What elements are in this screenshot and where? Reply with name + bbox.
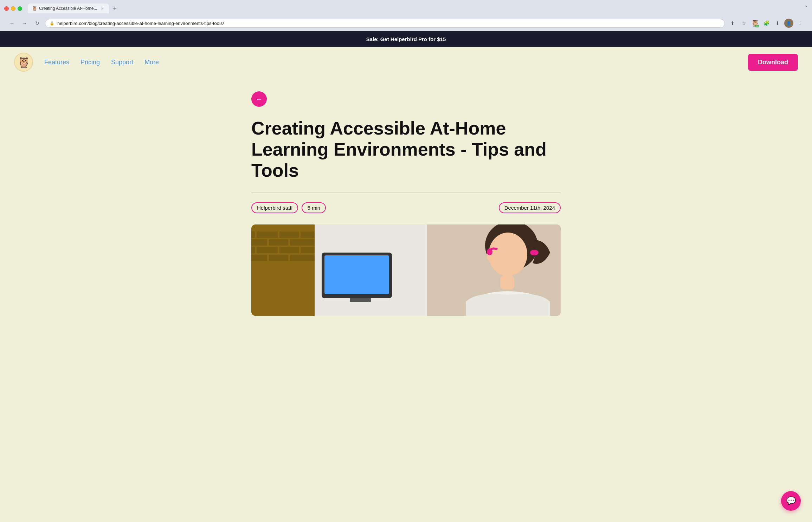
new-tab-button[interactable]: + (110, 4, 120, 13)
tab-title: Creating Accessible At-Home... (39, 6, 97, 11)
traffic-lights (4, 6, 22, 11)
close-traffic-light[interactable] (4, 6, 9, 11)
reload-button[interactable]: ↻ (32, 18, 42, 28)
minimize-traffic-light[interactable] (11, 6, 15, 11)
extension-helperbird-icon[interactable]: 🦉 on (750, 18, 760, 28)
svg-rect-7 (269, 239, 288, 246)
svg-rect-26 (500, 275, 514, 289)
tab-close-button[interactable]: × (99, 6, 105, 11)
svg-rect-6 (251, 239, 267, 246)
main-content: ← Creating Accessible At-Home Learning E… (237, 77, 575, 316)
svg-rect-11 (279, 247, 299, 253)
toolbar-icons: ⬆ ☆ 🦉 on 🧩 ⬇ 👤 ⋮ (728, 18, 805, 28)
announcement-text: Sale: Get Helperbird Pro for $15 (366, 36, 446, 42)
svg-rect-3 (257, 231, 278, 238)
svg-point-23 (489, 233, 527, 276)
download-button[interactable]: Download (748, 54, 798, 71)
svg-rect-1 (251, 224, 322, 316)
back-button[interactable]: ← (7, 18, 17, 28)
bookmark-icon[interactable]: ☆ (739, 18, 749, 28)
title-divider (251, 192, 561, 193)
svg-rect-14 (269, 255, 288, 261)
extensions-icon[interactable]: 🧩 (761, 18, 771, 28)
maximize-traffic-light[interactable] (18, 6, 22, 11)
svg-rect-9 (251, 247, 255, 253)
article-meta: Helperbird staff 5 min December 11th, 20… (251, 202, 561, 213)
menu-icon[interactable]: ⋮ (795, 18, 805, 28)
site-logo[interactable]: 🦉 (14, 53, 33, 72)
author-tag: Helperbird staff (251, 202, 298, 213)
svg-point-22 (530, 250, 539, 255)
browser-chrome: 🦉 Creating Accessible At-Home... × + ˅ ←… (0, 0, 812, 31)
tab-bar: 🦉 Creating Accessible At-Home... × + (28, 4, 120, 13)
forward-button[interactable]: → (20, 18, 30, 28)
svg-rect-18 (324, 255, 389, 294)
site-navigation: 🦉 Features Pricing Support More Download (0, 47, 812, 77)
date-tag: December 11th, 2024 (499, 202, 561, 213)
nav-left: 🦉 Features Pricing Support More (14, 53, 159, 72)
nav-features[interactable]: Features (44, 59, 69, 66)
chat-icon: 💬 (786, 496, 796, 505)
address-security-icon: 🔒 (50, 21, 54, 26)
window-controls-chevron: ˅ (805, 5, 808, 12)
address-bar[interactable]: 🔒 helperbird.com/blog/creating-accessibl… (45, 19, 725, 28)
svg-point-25 (487, 248, 492, 255)
address-text: helperbird.com/blog/creating-accessible-… (57, 21, 720, 26)
chat-button[interactable]: 💬 (781, 491, 801, 511)
profile-icon: 👤 (784, 19, 793, 28)
nav-links: Features Pricing Support More (44, 59, 159, 66)
nav-pricing[interactable]: Pricing (80, 59, 100, 66)
tab-favicon: 🦉 (32, 6, 37, 11)
meta-tags: Helperbird staff 5 min (251, 202, 326, 213)
announcement-bar: Sale: Get Helperbird Pro for $15 (0, 31, 812, 47)
active-tab[interactable]: 🦉 Creating Accessible At-Home... × (28, 4, 109, 13)
profile-avatar[interactable]: 👤 (784, 18, 794, 28)
browser-toolbar: ← → ↻ 🔒 helperbird.com/blog/creating-acc… (4, 16, 808, 31)
logo-emoji: 🦉 (17, 56, 30, 68)
svg-rect-4 (279, 231, 299, 238)
svg-rect-2 (251, 231, 255, 238)
article-title: Creating Accessible At-Home Learning Env… (251, 118, 561, 181)
article-image (251, 224, 561, 316)
title-bar: 🦉 Creating Accessible At-Home... × + ˅ (4, 4, 808, 13)
svg-rect-13 (251, 255, 267, 261)
nav-more[interactable]: More (144, 59, 159, 66)
nav-support[interactable]: Support (111, 59, 133, 66)
svg-rect-19 (350, 298, 371, 302)
screen-capture-icon[interactable]: ⬆ (728, 18, 737, 28)
download-icon[interactable]: ⬇ (773, 18, 782, 28)
back-button[interactable]: ← (251, 91, 267, 107)
time-tag: 5 min (302, 202, 326, 213)
svg-rect-10 (257, 247, 278, 253)
